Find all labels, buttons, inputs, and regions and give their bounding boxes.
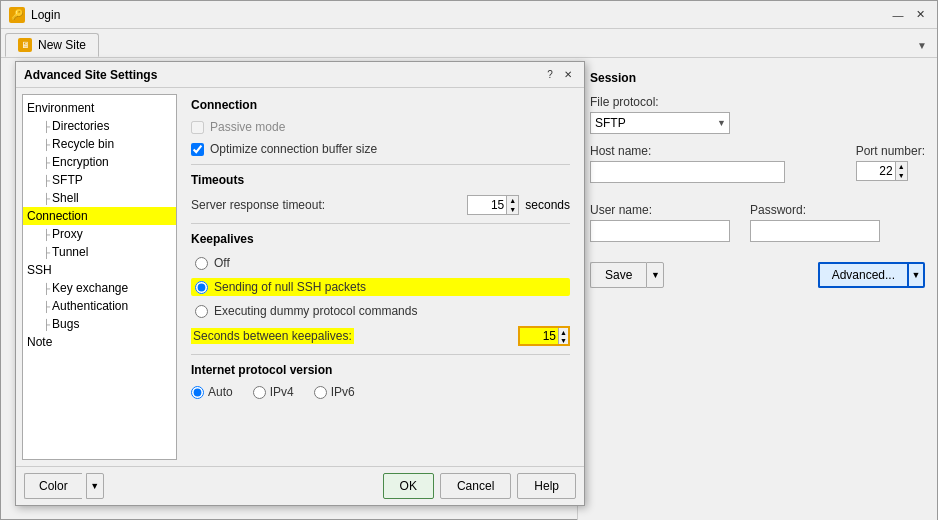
ok-button[interactable]: OK — [383, 473, 434, 499]
tree-item-environment[interactable]: Environment — [23, 99, 176, 117]
ip-ipv4-label: IPv4 — [270, 385, 294, 399]
seconds-between-spin-buttons: ▲ ▼ — [558, 328, 568, 344]
seconds-between-input[interactable] — [520, 328, 558, 344]
tab-bar: 🖥 New Site ▼ — [1, 29, 937, 58]
save-button[interactable]: Save — [590, 262, 646, 288]
dialog-title-bar: Advanced Site Settings ? ✕ — [16, 62, 584, 88]
login-title-bar: 🔑 Login — ✕ — [1, 1, 937, 29]
timeouts-section-title: Timeouts — [191, 173, 570, 187]
tree-item-sftp[interactable]: SFTP — [23, 171, 176, 189]
minimize-button[interactable]: — — [889, 7, 907, 23]
divider-2 — [191, 223, 570, 224]
optimize-buffer-row: Optimize connection buffer size — [191, 142, 570, 156]
passive-mode-checkbox[interactable] — [191, 121, 204, 134]
host-name-group: Host name: — [590, 144, 846, 183]
host-name-input[interactable] — [590, 161, 785, 183]
port-spin-up[interactable]: ▲ — [896, 162, 907, 171]
seconds-between-spin-up[interactable]: ▲ — [559, 328, 568, 336]
advanced-site-settings-dialog: Advanced Site Settings ? ✕ Environment D… — [15, 61, 585, 506]
port-number-spinbox: ▲ ▼ — [856, 161, 908, 181]
host-port-row: Host name: Port number: ▲ ▼ — [590, 144, 925, 193]
dialog-close-button[interactable]: ✕ — [560, 68, 576, 82]
tab-icon: 🖥 — [18, 38, 32, 52]
login-title: Login — [31, 8, 889, 22]
cancel-button[interactable]: Cancel — [440, 473, 511, 499]
tree-item-shell[interactable]: Shell — [23, 189, 176, 207]
server-response-spin-down[interactable]: ▼ — [507, 205, 518, 214]
tree-item-proxy[interactable]: Proxy — [23, 225, 176, 243]
password-group: Password: — [750, 203, 880, 242]
tab-scroll-button[interactable]: ▼ — [911, 33, 933, 57]
keepalives-null-packets-label: Sending of null SSH packets — [214, 280, 366, 294]
user-name-input[interactable] — [590, 220, 730, 242]
keepalives-null-packets-radio[interactable] — [195, 281, 208, 294]
keepalives-dummy-label: Executing dummy protocol commands — [214, 304, 417, 318]
keepalives-null-packets-row: Sending of null SSH packets — [191, 278, 570, 296]
keepalives-off-radio[interactable] — [195, 257, 208, 270]
session-panel: Session File protocol: SFTP FTP SCP WebD… — [577, 61, 937, 520]
tab-label: New Site — [38, 38, 86, 52]
server-response-input[interactable] — [468, 196, 506, 214]
dialog-help-button[interactable]: ? — [542, 68, 558, 82]
password-input[interactable] — [750, 220, 880, 242]
dialog-body: Environment Directories Recycle bin Encr… — [16, 88, 584, 466]
internet-section-title: Internet protocol version — [191, 363, 570, 377]
ip-auto-radio[interactable] — [191, 386, 204, 399]
color-button[interactable]: Color — [24, 473, 82, 499]
server-response-spin-up[interactable]: ▲ — [507, 196, 518, 205]
divider-3 — [191, 354, 570, 355]
port-number-group: Port number: ▲ ▼ — [856, 144, 925, 181]
seconds-between-label: Seconds between keepalives: — [191, 328, 354, 344]
user-name-label: User name: — [590, 203, 730, 217]
save-dropdown-button[interactable]: ▼ — [646, 262, 664, 288]
color-dropdown-button[interactable]: ▼ — [86, 473, 104, 499]
advanced-button-group: Advanced... ▼ — [818, 262, 925, 288]
tree-item-key-exchange[interactable]: Key exchange — [23, 279, 176, 297]
new-site-tab[interactable]: 🖥 New Site — [5, 33, 99, 57]
tree-item-connection[interactable]: Connection — [23, 207, 176, 225]
port-number-input[interactable] — [857, 162, 895, 180]
file-protocol-label: File protocol: — [590, 95, 925, 109]
server-response-spinbox: ▲ ▼ — [467, 195, 519, 215]
tree-item-encryption[interactable]: Encryption — [23, 153, 176, 171]
tree-item-bugs[interactable]: Bugs — [23, 315, 176, 333]
color-button-group: Color ▼ — [24, 473, 104, 499]
server-response-row: Server response timeout: ▲ ▼ seconds — [191, 195, 570, 215]
save-button-group: Save ▼ — [590, 262, 664, 288]
ip-ipv6-radio[interactable] — [314, 386, 327, 399]
advanced-dropdown-button[interactable]: ▼ — [907, 262, 925, 288]
seconds-between-spin-down[interactable]: ▼ — [559, 336, 568, 344]
passive-mode-label: Passive mode — [210, 120, 285, 134]
keepalives-dummy-radio[interactable] — [195, 305, 208, 318]
content-panel: Connection Passive mode Optimize connect… — [177, 88, 584, 466]
tree-item-note[interactable]: Note — [23, 333, 176, 351]
optimize-buffer-checkbox[interactable] — [191, 143, 204, 156]
ip-ipv4-radio[interactable] — [253, 386, 266, 399]
optimize-buffer-label: Optimize connection buffer size — [210, 142, 377, 156]
keepalives-off-label: Off — [214, 256, 230, 270]
user-pass-row: User name: Password: — [590, 203, 925, 252]
divider-1 — [191, 164, 570, 165]
help-button[interactable]: Help — [517, 473, 576, 499]
password-label: Password: — [750, 203, 880, 217]
file-protocol-select-wrapper: SFTP FTP SCP WebDAV S3 — [590, 112, 730, 134]
file-protocol-select[interactable]: SFTP FTP SCP WebDAV S3 — [590, 112, 730, 134]
tree-item-directories[interactable]: Directories — [23, 117, 176, 135]
user-name-group: User name: — [590, 203, 730, 242]
session-title: Session — [590, 71, 925, 85]
dialog-title: Advanced Site Settings — [24, 68, 540, 82]
tree-item-ssh[interactable]: SSH — [23, 261, 176, 279]
tree-item-recycle-bin[interactable]: Recycle bin — [23, 135, 176, 153]
seconds-between-row: Seconds between keepalives: ▲ ▼ — [191, 326, 570, 346]
close-window-button[interactable]: ✕ — [911, 7, 929, 23]
advanced-button[interactable]: Advanced... — [818, 262, 907, 288]
seconds-between-spinbox: ▲ ▼ — [518, 326, 570, 346]
tree-item-tunnel[interactable]: Tunnel — [23, 243, 176, 261]
tree-item-authentication[interactable]: Authentication — [23, 297, 176, 315]
ip-auto-label: Auto — [208, 385, 233, 399]
connection-section-title: Connection — [191, 98, 570, 112]
passive-mode-row: Passive mode — [191, 120, 570, 134]
server-response-spin-buttons: ▲ ▼ — [506, 196, 518, 214]
port-spin-down[interactable]: ▼ — [896, 171, 907, 180]
file-protocol-group: File protocol: SFTP FTP SCP WebDAV S3 — [590, 95, 925, 134]
